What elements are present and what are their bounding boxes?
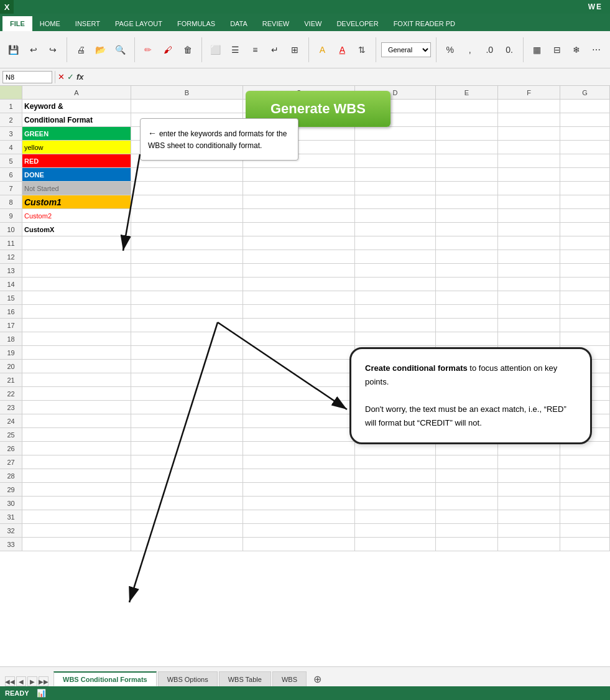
cell-F19[interactable] [498, 346, 560, 359]
cell-F24[interactable] [498, 414, 560, 427]
tab-nav-last[interactable]: ▶▶ [39, 676, 49, 686]
cell-f7[interactable] [498, 182, 560, 195]
cell-a8[interactable]: Custom1 [22, 195, 131, 208]
cell-F23[interactable] [498, 401, 560, 414]
cell-g6[interactable] [560, 168, 610, 181]
cell-B19[interactable] [131, 346, 243, 359]
cell-A19[interactable] [22, 346, 131, 359]
cell-G33[interactable] [560, 538, 610, 551]
sheet-tab-wbs-conditional-formats[interactable]: WBS Conditional Formats [53, 671, 157, 686]
merge-cells-button[interactable]: ⊟ [548, 41, 566, 58]
cell-b7[interactable] [131, 182, 243, 195]
cell-C30[interactable] [243, 497, 355, 510]
cell-D24[interactable] [355, 414, 436, 427]
cell-d7[interactable] [355, 182, 436, 195]
increase-decimal-button[interactable]: .0 [481, 41, 498, 58]
cell-A20[interactable] [22, 360, 131, 373]
cell-E12[interactable] [436, 250, 498, 263]
cell-B16[interactable] [131, 305, 243, 318]
cell-g4[interactable] [560, 141, 610, 154]
cell-F12[interactable] [498, 250, 560, 263]
cell-D29[interactable] [355, 483, 436, 496]
cell-D16[interactable] [355, 305, 436, 318]
cell-c3[interactable] [243, 127, 355, 140]
borders-button[interactable]: ⬜ [207, 41, 224, 58]
cell-c8[interactable] [243, 195, 355, 208]
cell-D11[interactable] [355, 236, 436, 250]
cell-C26[interactable] [243, 442, 355, 455]
tab-review[interactable]: REVIEW [255, 16, 297, 31]
cell-F27[interactable] [498, 455, 560, 469]
cell-B24[interactable] [131, 414, 243, 427]
cell-F22[interactable] [498, 387, 560, 400]
tab-data[interactable]: DATA [223, 16, 255, 31]
cell-G27[interactable] [560, 455, 610, 469]
cell-F28[interactable] [498, 469, 560, 482]
cell-A32[interactable] [22, 524, 131, 537]
sort-button[interactable]: ⇅ [353, 41, 371, 58]
cell-C33[interactable] [243, 538, 355, 551]
align-left-button[interactable]: ☰ [227, 41, 244, 58]
cell-F29[interactable] [498, 483, 560, 496]
cell-B28[interactable] [131, 469, 243, 482]
cell-F11[interactable] [498, 236, 560, 250]
cell-C15[interactable] [243, 291, 355, 304]
format-paint-button[interactable]: 🖌 [159, 41, 177, 58]
cell-D14[interactable] [355, 278, 436, 291]
cell-B18[interactable] [131, 332, 243, 345]
cell-c10[interactable] [243, 223, 355, 236]
cell-a9[interactable]: Custom2 [22, 209, 131, 222]
cell-F14[interactable] [498, 278, 560, 291]
col-header-g[interactable]: G [560, 86, 610, 99]
cell-a5[interactable]: RED [22, 154, 131, 167]
cell-C14[interactable] [243, 278, 355, 291]
cell-C22[interactable] [243, 387, 355, 400]
cell-F25[interactable] [498, 428, 560, 441]
cell-F32[interactable] [498, 524, 560, 537]
cell-B31[interactable] [131, 510, 243, 523]
col-header-f[interactable]: F [498, 86, 560, 99]
cell-B23[interactable] [131, 401, 243, 414]
cell-E26[interactable] [436, 442, 498, 455]
tab-developer[interactable]: DEVELOPER [329, 16, 386, 31]
cell-g7[interactable] [560, 182, 610, 195]
cell-F21[interactable] [498, 373, 560, 386]
cell-G17[interactable] [560, 319, 610, 332]
cell-D12[interactable] [355, 250, 436, 263]
cell-a10[interactable]: CustomX [22, 223, 131, 236]
cell-F33[interactable] [498, 538, 560, 551]
tab-home[interactable]: HOME [32, 16, 68, 31]
cell-g1[interactable] [560, 100, 610, 113]
cell-A16[interactable] [22, 305, 131, 318]
cell-F31[interactable] [498, 510, 560, 523]
tab-nav-next[interactable]: ▶ [27, 676, 37, 686]
cell-g3[interactable] [560, 127, 610, 140]
cell-A24[interactable] [22, 414, 131, 427]
cell-B26[interactable] [131, 442, 243, 455]
cell-E22[interactable] [436, 387, 498, 400]
cell-F20[interactable] [498, 360, 560, 373]
cell-G23[interactable] [560, 401, 610, 414]
cell-E23[interactable] [436, 401, 498, 414]
cell-e5[interactable] [436, 154, 498, 167]
cell-a7[interactable]: Not Started [22, 182, 131, 195]
cell-D13[interactable] [355, 264, 436, 277]
cell-B17[interactable] [131, 319, 243, 332]
cell-border-button[interactable]: ▦ [529, 41, 546, 58]
cell-B11[interactable] [131, 236, 243, 250]
cell-e8[interactable] [436, 195, 498, 208]
cell-G31[interactable] [560, 510, 610, 523]
cell-B15[interactable] [131, 291, 243, 304]
cell-G21[interactable] [560, 373, 610, 386]
cell-D23[interactable] [355, 401, 436, 414]
cell-E31[interactable] [436, 510, 498, 523]
cell-B22[interactable] [131, 387, 243, 400]
cell-B29[interactable] [131, 483, 243, 496]
font-color-button[interactable]: A [333, 41, 351, 58]
open-button[interactable]: 📂 [92, 41, 109, 58]
cell-F17[interactable] [498, 319, 560, 332]
cell-e10[interactable] [436, 223, 498, 236]
cell-e3[interactable] [436, 127, 498, 140]
cell-B21[interactable] [131, 373, 243, 386]
cell-C16[interactable] [243, 305, 355, 318]
